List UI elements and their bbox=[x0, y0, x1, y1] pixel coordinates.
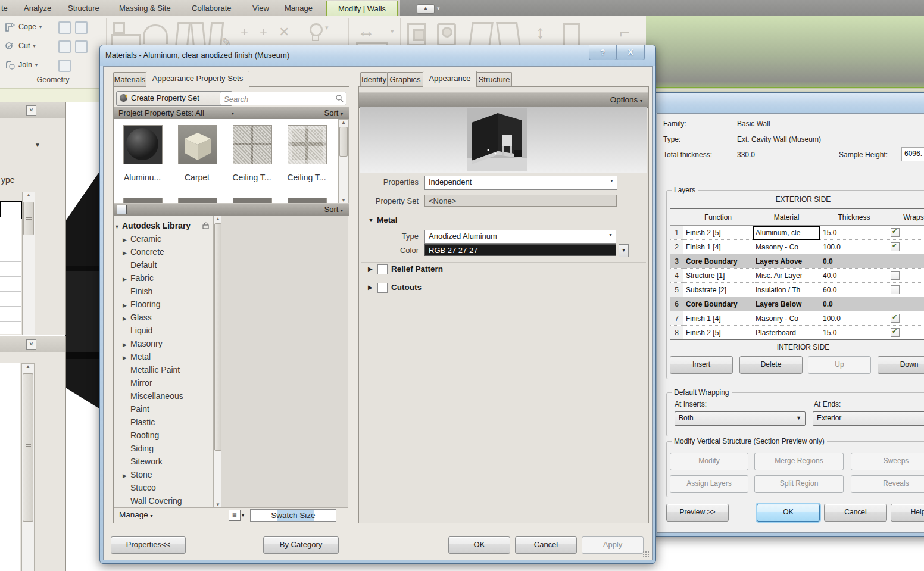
tab-view[interactable]: View bbox=[252, 4, 269, 13]
lightbulb-caret-icon[interactable]: ▾ bbox=[325, 24, 329, 31]
swatch-aluminum[interactable] bbox=[123, 125, 163, 164]
tab-partial[interactable]: te bbox=[1, 4, 8, 13]
section-expanded-icon[interactable]: ▼ bbox=[368, 217, 374, 223]
delete-button[interactable]: Delete bbox=[739, 356, 803, 374]
swatch-size-slider[interactable]: Swatch Size bbox=[250, 509, 336, 522]
tree-item-default[interactable]: Default bbox=[123, 258, 213, 272]
lightbulb-icon[interactable] bbox=[310, 23, 323, 36]
palette-scrollbar[interactable]: ▲ bbox=[22, 192, 35, 335]
cut-button[interactable]: Cut▾ bbox=[5, 39, 35, 53]
tree-item-fabric[interactable]: ▶Fabric bbox=[123, 272, 213, 285]
tree-item-glass[interactable]: ▶Glass bbox=[123, 311, 213, 324]
project-sets-dropdown[interactable]: Project Property Sets: All bbox=[118, 107, 204, 118]
layer-row[interactable]: 2 Finish 1 [4] Masonry - Co 100.0 bbox=[670, 240, 924, 254]
split-region-button[interactable]: Split Region bbox=[754, 475, 844, 493]
browser-content[interactable] bbox=[0, 363, 20, 571]
cutouts-checkbox[interactable] bbox=[377, 283, 388, 293]
close-icon[interactable]: ✕ bbox=[26, 339, 36, 350]
create-property-set-button[interactable]: ✦ Create Property Set ▾ bbox=[116, 91, 233, 106]
chevron-right-icon[interactable]: ▶ bbox=[123, 469, 130, 482]
tab-structure[interactable]: Structure bbox=[68, 4, 99, 13]
tab-manage[interactable]: Manage bbox=[285, 4, 313, 13]
scrollbar-thumb[interactable] bbox=[214, 223, 221, 451]
wraps-checkbox[interactable] bbox=[891, 285, 900, 294]
reset-wall-icon[interactable] bbox=[496, 22, 521, 47]
search-input[interactable] bbox=[223, 93, 326, 105]
cancel-button[interactable]: Cancel bbox=[824, 504, 887, 522]
type-selector-caret-icon[interactable]: ▼ bbox=[35, 142, 40, 148]
scroll-down-icon[interactable]: ▼ bbox=[214, 502, 222, 507]
attach-top-icon[interactable] bbox=[113, 22, 125, 34]
chevron-right-icon[interactable]: ▶ bbox=[123, 299, 130, 312]
cut-geometry-icon[interactable] bbox=[58, 21, 71, 34]
core-boundary-row[interactable]: 3 Core Boundary Layers Above 0.0 bbox=[670, 254, 924, 269]
measure-caret-icon[interactable]: ▾ bbox=[391, 28, 394, 35]
tree-item-metallic-paint[interactable]: Metallic Paint bbox=[123, 363, 213, 376]
tree-item-wall-covering[interactable]: Wall Covering bbox=[123, 494, 213, 507]
tree-item-ceramic[interactable]: ▶Ceramic bbox=[123, 232, 213, 245]
down-button[interactable]: Down bbox=[878, 356, 924, 374]
tree-item-paint[interactable]: Paint bbox=[123, 402, 213, 416]
tree-item-liquid[interactable]: Liquid bbox=[123, 324, 213, 337]
manage-dropdown[interactable]: Manage ▾ bbox=[119, 510, 153, 519]
move-icon[interactable]: + bbox=[241, 26, 248, 39]
scroll-down-icon[interactable]: ▼ bbox=[339, 198, 348, 203]
cancel-button[interactable]: Cancel bbox=[515, 536, 577, 554]
chevron-right-icon[interactable]: ▶ bbox=[123, 312, 130, 325]
cope-button[interactable]: Cope▾ bbox=[5, 20, 42, 34]
insert-button[interactable]: Insert bbox=[670, 356, 733, 374]
swatch-scrollbar[interactable]: ▲ ▼ bbox=[338, 119, 349, 204]
building-mass-geometry[interactable] bbox=[65, 171, 100, 409]
tree-item-stucco[interactable]: Stucco bbox=[123, 481, 213, 494]
scrollbar-thumb[interactable] bbox=[23, 373, 33, 522]
swatch-ceiling-2[interactable] bbox=[288, 125, 327, 164]
help-icon[interactable]: ? bbox=[589, 45, 617, 60]
chevron-right-icon[interactable]: ▶ bbox=[123, 338, 130, 351]
tree-item-plastic[interactable]: Plastic bbox=[123, 416, 213, 429]
tree-item-concrete[interactable]: ▶Concrete bbox=[123, 245, 213, 258]
layer-row[interactable]: 4 Structure [1] Misc. Air Layer 40.0 bbox=[670, 269, 924, 283]
edit-wall-icon[interactable] bbox=[469, 22, 494, 47]
swatch-carpet[interactable] bbox=[178, 125, 217, 164]
palette-header[interactable]: ✕ bbox=[0, 336, 65, 352]
paste-icon[interactable] bbox=[75, 21, 88, 34]
ribbon-options-caret-icon[interactable]: ▾ bbox=[437, 5, 440, 11]
scroll-up-icon[interactable]: ▲ bbox=[23, 192, 35, 198]
tab-materials[interactable]: Materials bbox=[113, 72, 146, 87]
swatch-ceiling-1[interactable] bbox=[233, 125, 272, 164]
resize-grip[interactable] bbox=[642, 551, 650, 558]
tree-item-mirror[interactable]: Mirror bbox=[123, 376, 213, 389]
sweeps-button[interactable]: Sweeps bbox=[851, 453, 924, 470]
tab-appearance[interactable]: Appearance bbox=[423, 71, 477, 87]
chevron-right-icon[interactable]: ▶ bbox=[123, 351, 130, 364]
color-options-button[interactable]: ▾ bbox=[619, 244, 629, 257]
close-icon[interactable]: ✕ bbox=[26, 105, 36, 116]
sample-height-input[interactable]: 6096. bbox=[901, 147, 924, 161]
wraps-checkbox[interactable] bbox=[891, 242, 900, 251]
library-tree[interactable]: ▼Autodesk Library ▶Ceramic ▶Concrete Def… bbox=[114, 216, 213, 507]
at-inserts-dropdown[interactable]: Both▼ bbox=[675, 411, 806, 426]
properties-dropdown[interactable]: Independent▾ bbox=[424, 176, 617, 190]
attach-column-icon[interactable] bbox=[563, 23, 580, 47]
tree-item-sitework[interactable]: Sitework bbox=[123, 455, 213, 468]
core-boundary-row[interactable]: 6 Core Boundary Layers Below 0.0 bbox=[670, 297, 924, 311]
chevron-down-icon[interactable]: ▾ bbox=[242, 513, 244, 518]
detach-icon[interactable]: ⌐ bbox=[619, 23, 630, 41]
chevron-right-icon[interactable]: ▶ bbox=[123, 273, 130, 286]
sort-dropdown[interactable]: Sort ▾ bbox=[324, 204, 343, 216]
up-button[interactable]: Up bbox=[808, 356, 871, 374]
modify-button[interactable]: Modify bbox=[670, 453, 748, 470]
palette-scrollbar[interactable]: ▲ bbox=[21, 363, 35, 571]
tree-item-roofing[interactable]: Roofing bbox=[123, 429, 213, 442]
wraps-checkbox[interactable] bbox=[891, 328, 900, 337]
chevron-right-icon[interactable]: ▶ bbox=[123, 233, 130, 247]
arc-tool-icon[interactable] bbox=[143, 24, 168, 44]
help-button[interactable]: Help bbox=[891, 504, 924, 522]
tab-analyze[interactable]: Analyze bbox=[24, 4, 51, 13]
tree-item-miscellaneous[interactable]: Miscellaneous bbox=[123, 389, 213, 402]
section-collapsed-icon[interactable]: ▶ bbox=[368, 266, 373, 272]
tab-graphics[interactable]: Graphics bbox=[387, 72, 423, 87]
tab-collaborate[interactable]: Collaborate bbox=[192, 4, 232, 13]
layer-row[interactable]: 1 Finish 2 [5] Aluminum, cle 15.0 bbox=[670, 226, 924, 240]
tree-item-metal[interactable]: ▶Metal bbox=[123, 350, 213, 363]
